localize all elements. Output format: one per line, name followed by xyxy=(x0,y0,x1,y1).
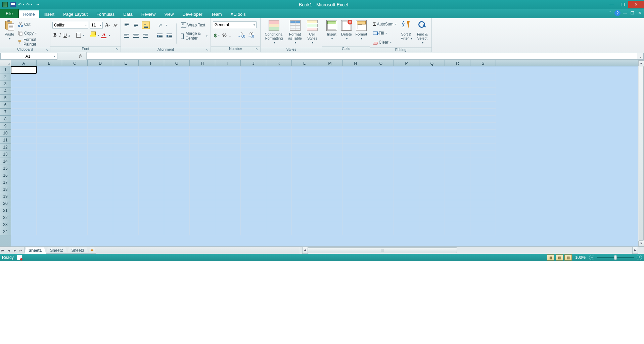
cell[interactable] xyxy=(164,137,190,144)
cell[interactable] xyxy=(394,80,419,88)
cell[interactable] xyxy=(445,151,470,158)
cell[interactable] xyxy=(394,130,419,137)
cell[interactable] xyxy=(419,172,445,179)
cell[interactable] xyxy=(164,193,190,200)
cell[interactable] xyxy=(37,228,62,235)
cell[interactable] xyxy=(62,137,88,144)
cell[interactable] xyxy=(394,116,419,123)
sheet-nav-last[interactable]: ⏭ xyxy=(18,247,24,254)
font-size-select[interactable]: 11▾ xyxy=(90,22,103,28)
cell[interactable] xyxy=(113,130,139,137)
cell[interactable] xyxy=(445,66,470,73)
cell[interactable] xyxy=(139,158,164,165)
cell[interactable] xyxy=(113,165,139,172)
cell[interactable] xyxy=(11,130,37,137)
cell[interactable] xyxy=(37,179,62,186)
cell[interactable] xyxy=(113,228,139,235)
cell[interactable] xyxy=(343,200,368,207)
cell[interactable] xyxy=(317,193,343,200)
cell[interactable] xyxy=(164,151,190,158)
cell[interactable] xyxy=(292,123,317,130)
cell[interactable] xyxy=(11,214,37,221)
decrease-font-button[interactable]: A▾ xyxy=(112,22,119,28)
cell[interactable] xyxy=(139,73,164,80)
align-center-button[interactable] xyxy=(132,32,140,40)
cell[interactable] xyxy=(445,116,470,123)
cell[interactable] xyxy=(164,207,190,214)
column-header[interactable]: M xyxy=(317,60,343,66)
cell[interactable] xyxy=(292,137,317,144)
cell[interactable] xyxy=(88,179,113,186)
cell[interactable] xyxy=(88,200,113,207)
cell[interactable] xyxy=(317,228,343,235)
cell[interactable] xyxy=(394,221,419,228)
row-header[interactable]: 14 xyxy=(0,158,11,165)
chevron-down-icon[interactable]: ▾ xyxy=(98,34,99,37)
cell[interactable] xyxy=(266,80,292,88)
cell[interactable] xyxy=(113,73,139,80)
cell[interactable] xyxy=(394,73,419,80)
cell[interactable] xyxy=(317,200,343,207)
cell[interactable] xyxy=(445,137,470,144)
cell[interactable] xyxy=(292,221,317,228)
cell[interactable] xyxy=(266,179,292,186)
cell[interactable] xyxy=(139,200,164,207)
cell[interactable] xyxy=(317,221,343,228)
cell[interactable] xyxy=(62,200,88,207)
cell[interactable] xyxy=(190,172,215,179)
cell[interactable] xyxy=(394,186,419,193)
cell[interactable] xyxy=(317,172,343,179)
cell[interactable] xyxy=(317,88,343,95)
column-header[interactable]: O xyxy=(368,60,394,66)
cell[interactable] xyxy=(394,165,419,172)
cell[interactable] xyxy=(241,151,266,158)
cell[interactable] xyxy=(317,73,343,80)
cell[interactable] xyxy=(190,130,215,137)
cell[interactable] xyxy=(62,186,88,193)
cell[interactable] xyxy=(164,66,190,73)
cell[interactable] xyxy=(419,193,445,200)
cell[interactable] xyxy=(394,158,419,165)
cell[interactable] xyxy=(266,88,292,95)
cell[interactable] xyxy=(343,158,368,165)
cell[interactable] xyxy=(62,158,88,165)
decrease-decimal-button[interactable]: .00→.0 xyxy=(247,32,255,39)
cell[interactable] xyxy=(215,66,241,73)
cell[interactable] xyxy=(368,95,394,102)
cell[interactable] xyxy=(292,102,317,109)
cell[interactable] xyxy=(113,214,139,221)
cell[interactable] xyxy=(343,151,368,158)
cell[interactable] xyxy=(164,158,190,165)
cell[interactable] xyxy=(292,228,317,235)
increase-indent-button[interactable] xyxy=(166,32,173,40)
cell[interactable] xyxy=(113,151,139,158)
zoom-in-button[interactable]: + xyxy=(637,255,642,260)
cell[interactable] xyxy=(470,130,496,137)
cell[interactable] xyxy=(164,144,190,151)
cell[interactable] xyxy=(37,193,62,200)
cell[interactable] xyxy=(241,130,266,137)
cell[interactable] xyxy=(317,158,343,165)
zoom-slider[interactable] xyxy=(597,257,634,258)
sheet-nav-next[interactable]: ▶ xyxy=(12,247,18,254)
cell[interactable] xyxy=(394,214,419,221)
cell[interactable] xyxy=(139,172,164,179)
cell[interactable] xyxy=(113,116,139,123)
column-header[interactable]: Q xyxy=(419,60,445,66)
cell[interactable] xyxy=(241,109,266,116)
cell[interactable] xyxy=(164,73,190,80)
cell[interactable] xyxy=(11,207,37,214)
scroll-down-button[interactable]: ▼ xyxy=(638,241,644,246)
cell[interactable] xyxy=(62,109,88,116)
cell[interactable] xyxy=(266,186,292,193)
cell[interactable] xyxy=(139,66,164,73)
cell[interactable] xyxy=(445,73,470,80)
cell[interactable] xyxy=(368,130,394,137)
cell[interactable] xyxy=(139,116,164,123)
cell[interactable] xyxy=(11,80,37,88)
column-header[interactable]: J xyxy=(241,60,266,66)
cell[interactable] xyxy=(139,151,164,158)
name-box[interactable]: A1▾ xyxy=(0,53,57,60)
cell[interactable] xyxy=(419,144,445,151)
cell[interactable] xyxy=(445,88,470,95)
